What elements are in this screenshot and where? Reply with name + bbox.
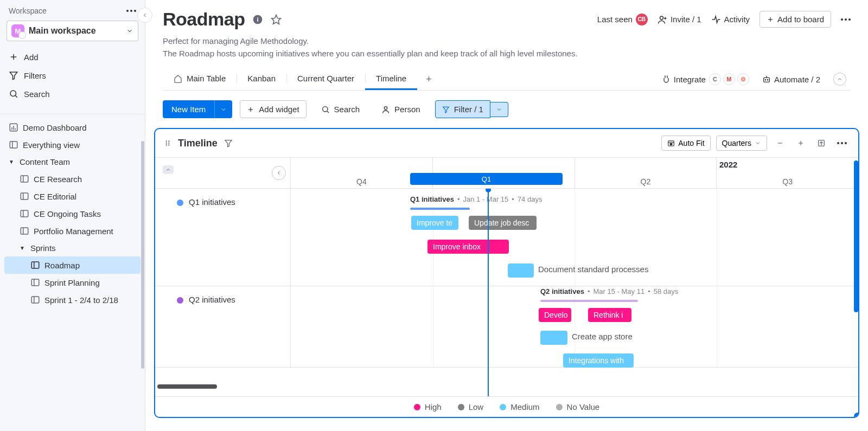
q1-summary[interactable]: Q1 initiatives • Jan 1 - Mar 15 • 74 day… [410, 195, 542, 210]
svg-rect-35 [764, 78, 770, 82]
chevron-down-icon [126, 27, 133, 35]
nav-ce-editorial[interactable]: CE Editorial [4, 188, 141, 205]
resize-handle[interactable] [854, 413, 859, 418]
last-seen[interactable]: Last seen CB [597, 14, 648, 25]
quarter-q2[interactable]: Q2 [575, 158, 717, 188]
task-improve-inbox[interactable]: Improve inbox [427, 240, 509, 254]
sidebar-menu-icon[interactable] [126, 10, 136, 12]
new-item-dropdown[interactable] [214, 100, 232, 118]
nav-sprints[interactable]: ▼ Sprints [4, 240, 141, 256]
chevron-down-icon [496, 106, 502, 113]
invite-button[interactable]: Invite / 1 [658, 15, 701, 24]
nav-roadmap[interactable]: Roadmap [4, 256, 141, 274]
legend: High Low Medium No Value [155, 396, 858, 417]
star-icon[interactable] [271, 14, 282, 25]
integrate-button[interactable]: Integrate C M ⚙ [662, 73, 749, 85]
board-icon [9, 140, 18, 150]
group-label-q1[interactable]: Q1 initiatives [189, 197, 235, 207]
plug-icon [662, 75, 671, 83]
selected-quarter-bar[interactable]: Q1 [410, 173, 563, 185]
svg-rect-15 [21, 210, 28, 217]
legend-dot-high [414, 404, 420, 410]
task-rethink[interactable]: Rethink i [588, 308, 631, 322]
collapse-side-button[interactable] [272, 166, 286, 180]
activity-button[interactable]: Activity [711, 15, 750, 24]
svg-marker-27 [272, 15, 281, 24]
workspace-name: Main workspace [29, 26, 126, 36]
sidebar-collapse-button[interactable] [137, 8, 152, 23]
nav-ce-ongoing[interactable]: CE Ongoing Tasks [4, 205, 141, 222]
nav-ce-research[interactable]: CE Research [4, 170, 141, 188]
group-label-q2[interactable]: Q2 initiatives [189, 295, 235, 304]
home-icon [174, 74, 182, 83]
workspace-selector[interactable]: M Main workspace [7, 21, 138, 41]
board-description[interactable]: Perfect for managing Agile Methodology. … [163, 35, 851, 60]
nav-content-team[interactable]: ▼ Content Team [4, 153, 141, 170]
nav-demo-dashboard[interactable]: Demo Dashboard [4, 119, 141, 136]
tab-timeline[interactable]: Timeline [365, 68, 417, 90]
sidebar-nav: Demo Dashboard Everything view ▼ Content… [0, 119, 145, 308]
svg-rect-19 [31, 262, 39, 268]
tab-current-quarter[interactable]: Current Quarter [286, 68, 365, 90]
filter-icon [9, 70, 18, 80]
task-integrations[interactable]: Integrations with [563, 353, 634, 368]
group-color-dot [177, 297, 183, 304]
info-icon[interactable]: i [252, 14, 263, 25]
svg-point-41 [322, 106, 327, 111]
task-improve-te[interactable]: Improve te [411, 216, 458, 230]
zoom-in-button[interactable] [793, 136, 808, 151]
board-icon [20, 209, 29, 218]
task-create-app-bar[interactable] [540, 331, 567, 345]
autofit-button[interactable]: Auto Fit [661, 136, 710, 151]
zoom-out-button[interactable] [773, 136, 788, 151]
automate-button[interactable]: Automate / 2 [762, 75, 820, 84]
sidebar-search[interactable]: Search [4, 85, 141, 103]
more-icon[interactable] [841, 18, 851, 21]
person-plus-icon [658, 15, 667, 24]
svg-marker-44 [443, 107, 449, 113]
sidebar-scrollbar[interactable] [141, 141, 144, 369]
panel-filter-icon[interactable] [224, 139, 233, 147]
drag-handle-icon[interactable] [164, 139, 171, 147]
chevron-left-icon [142, 12, 148, 18]
sidebar-add[interactable]: Add [4, 48, 141, 66]
board-title[interactable]: Roadmap [163, 9, 245, 30]
group-color-dot [177, 200, 183, 206]
add-widget-button[interactable]: Add widget [240, 100, 306, 118]
horizontal-scrollbar[interactable] [157, 384, 217, 389]
nav-sprint-planning[interactable]: Sprint Planning [4, 274, 141, 291]
nav-portfolio[interactable]: Portfolio Management [4, 222, 141, 240]
search-icon [9, 89, 18, 99]
tab-kanban[interactable]: Kanban [237, 68, 286, 90]
add-to-board-button[interactable]: Add to board [760, 11, 831, 28]
svg-line-4 [15, 95, 17, 97]
panel-more-icon[interactable] [834, 136, 850, 151]
search-button[interactable]: Search [314, 100, 367, 118]
nav-everything-view[interactable]: Everything view [4, 136, 141, 153]
panel-scrollbar[interactable] [854, 160, 858, 312]
person-button[interactable]: Person [374, 100, 427, 118]
task-create-app-label: Create app store [572, 332, 633, 341]
nav-sprint-1[interactable]: Sprint 1 - 2/4 to 2/18 [4, 291, 141, 308]
scale-selector[interactable]: Quarters [716, 136, 767, 151]
filter-dropdown[interactable] [490, 102, 508, 117]
timeline-row-q2: Q2 initiatives Q2 initiatives • Mar 15 -… [155, 286, 858, 368]
board-icon [20, 174, 29, 184]
filter-button[interactable]: Filter / 1 [435, 100, 490, 118]
quarter-q3[interactable]: Q3 [716, 158, 858, 188]
dashboard-icon [9, 123, 18, 132]
timeline-panel: Timeline Auto Fit Quarters [154, 128, 859, 418]
search-icon [321, 105, 330, 114]
new-item-button[interactable]: New Item [163, 100, 214, 118]
sidebar-filters[interactable]: Filters [4, 66, 141, 85]
person-icon [381, 105, 390, 114]
collapse-header-button[interactable] [833, 73, 846, 86]
task-develo[interactable]: Develo [539, 308, 571, 322]
tab-add[interactable]: + [417, 74, 441, 85]
collapse-groups-button[interactable] [163, 165, 174, 174]
task-document-std-bar[interactable] [508, 263, 534, 278]
tab-main-table[interactable]: Main Table [163, 68, 237, 90]
task-update-job[interactable]: Update job desc [469, 216, 537, 230]
q2-summary[interactable]: Q2 initiatives • Mar 15 - May 11 • 58 da… [540, 287, 678, 302]
export-button[interactable] [814, 136, 829, 151]
